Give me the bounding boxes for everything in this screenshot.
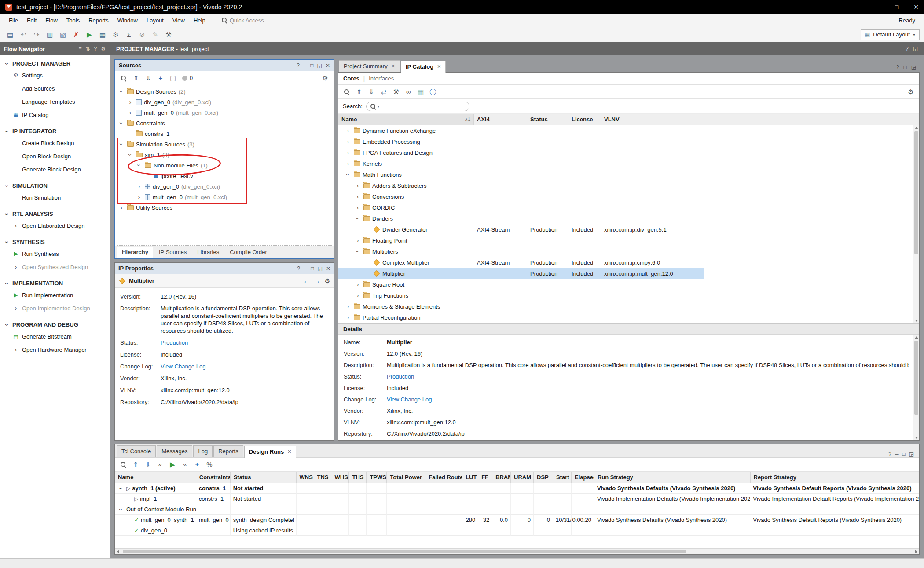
scrollbar-thumb[interactable]	[123, 550, 686, 553]
expand-chevron-icon[interactable]: ›	[4, 211, 11, 217]
tree-item-ipcore-test-v[interactable]: ›ipcore_test.v	[115, 171, 334, 181]
expand-chevron-icon[interactable]: ›	[118, 88, 125, 95]
expand-chevron-icon[interactable]: ›	[12, 346, 19, 353]
expand-chevron-icon[interactable]: ›	[127, 109, 134, 116]
column-header-axi4[interactable]: AXI4	[474, 114, 527, 125]
flow-item-generate-bitstream[interactable]: ▤Generate Bitstream	[0, 330, 110, 343]
horizontal-scrollbar[interactable]	[115, 548, 919, 554]
dashboard-icon[interactable]: ▦	[97, 29, 108, 40]
sources-tab-compile-order[interactable]: Compile Order	[225, 247, 272, 258]
details-vertical-scrollbar[interactable]	[913, 335, 919, 440]
edit-icon[interactable]: ✎	[150, 29, 161, 40]
menu-view[interactable]: View	[168, 15, 189, 26]
expand-chevron-icon[interactable]: ›	[4, 280, 11, 287]
catalog-row-dynamic-function-exchange[interactable]: ›Dynamic Function eXchange	[338, 125, 919, 136]
help-icon[interactable]: ?	[906, 46, 909, 52]
flow-item-open-hardware-manager[interactable]: ›Open Hardware Manager	[0, 343, 110, 356]
expand-chevron-icon[interactable]: ›	[345, 160, 352, 167]
column-header-license[interactable]: License	[568, 114, 601, 125]
expand-chevron-icon[interactable]: ›	[354, 204, 361, 211]
tree-item-constrs-1[interactable]: ›constrs_1	[115, 128, 334, 139]
grid-icon[interactable]: ▦	[415, 86, 426, 98]
flow-item-run-synthesis[interactable]: ▶Run Synthesis	[0, 247, 110, 260]
float-icon[interactable]: □	[310, 62, 313, 69]
scrollbar-thumb[interactable]	[914, 131, 918, 254]
undo-icon[interactable]: ↶	[18, 29, 29, 40]
tree-item-design-sources[interactable]: ›Design Sources (2)	[115, 86, 334, 97]
menu-edit[interactable]: Edit	[22, 15, 41, 26]
delete-icon[interactable]: ✗	[70, 29, 82, 40]
bottom-tab-design-runs[interactable]: Design Runs✕	[244, 446, 297, 458]
catalog-row-dividers[interactable]: ›Dividers	[338, 213, 919, 224]
help-icon[interactable]: ?	[888, 451, 891, 457]
flow-item-settings[interactable]: ⚙Settings	[0, 69, 110, 82]
float-icon[interactable]: □	[903, 64, 906, 70]
flow-item-generate-block-design[interactable]: Generate Block Design	[0, 163, 110, 176]
column-header-tpws[interactable]: TPWS	[367, 472, 387, 483]
close-icon[interactable]: ✕	[437, 64, 441, 69]
next-icon[interactable]: »	[179, 459, 191, 470]
column-header-total-power[interactable]: Total Power	[387, 472, 425, 483]
column-header-vlnv[interactable]: VLNV	[601, 114, 704, 125]
close-icon[interactable]: ✕	[326, 266, 330, 272]
expand-chevron-icon[interactable]: ›	[345, 149, 352, 156]
expand-chevron-icon[interactable]: ›	[345, 303, 352, 309]
expand-chevron-icon[interactable]: ›	[354, 292, 361, 299]
flow-item-language-templates[interactable]: Language Templates	[0, 95, 110, 108]
run-row-div-gen-0[interactable]: ›✓div_gen_0Using cached IP results	[115, 525, 919, 536]
wrench-icon[interactable]: ⚒	[390, 86, 402, 98]
add-icon[interactable]: +	[191, 459, 203, 470]
scrollbar-thumb[interactable]	[914, 341, 918, 415]
maximize-button[interactable]: □	[895, 4, 898, 11]
column-header-ff[interactable]: FF	[478, 472, 492, 483]
expand-chevron-icon[interactable]: ›	[345, 138, 352, 145]
catalog-row-complex-multiplier[interactable]: ›Complex MultiplierAXI4-StreamProduction…	[338, 257, 919, 268]
scroll-up-icon[interactable]	[913, 125, 920, 131]
expand-chevron-icon[interactable]: ›	[4, 183, 11, 189]
expand-chevron-icon[interactable]: ›	[4, 61, 11, 67]
catalog-vertical-scrollbar[interactable]	[913, 125, 919, 323]
bottom-tab-messages[interactable]: Messages	[157, 445, 192, 457]
sources-settings-gear-icon[interactable]: ⚙	[319, 73, 331, 84]
scroll-right-icon[interactable]	[913, 549, 919, 554]
field-value[interactable]: Production	[161, 339, 330, 346]
expand-chevron-icon[interactable]: ›	[127, 99, 134, 105]
tree-item-div-gen-0[interactable]: ›div_gen_0 (div_gen_0.xci)	[115, 181, 334, 192]
expand-chevron-icon[interactable]: ›	[136, 162, 143, 168]
copy-icon[interactable]: ▥	[44, 29, 55, 40]
flow-section-project-manager[interactable]: ›PROJECT MANAGER	[0, 57, 110, 69]
tree-item-mult-gen-0[interactable]: ›mult_gen_0 (mult_gen_0.xci)	[115, 107, 334, 118]
maximize-icon[interactable]: ◲	[317, 62, 322, 69]
catalog-row-kernels[interactable]: ›Kernels	[338, 158, 919, 169]
expand-chevron-icon[interactable]: ›	[4, 322, 11, 328]
search-icon[interactable]	[341, 86, 352, 98]
forward-icon[interactable]: →	[314, 277, 320, 284]
catalog-row-square-root[interactable]: ›Square Root	[338, 279, 919, 290]
sources-tab-ip-sources[interactable]: IP Sources	[154, 247, 191, 258]
quick-access-search[interactable]: Quick Access	[220, 16, 286, 25]
close-icon[interactable]: ✕	[287, 449, 291, 455]
expand-chevron-icon[interactable]: ›	[118, 204, 125, 211]
search-icon[interactable]	[118, 73, 129, 84]
field-value[interactable]: View Change Log	[161, 363, 330, 370]
column-header-status[interactable]: Status	[527, 114, 568, 125]
catalog-row-trig-functions[interactable]: ›Trig Functions	[338, 290, 919, 301]
minimize-icon[interactable]: ─	[304, 266, 308, 272]
expand-chevron-icon[interactable]: ›	[117, 506, 125, 513]
column-header-run-strategy[interactable]: Run Strategy	[594, 472, 751, 483]
file-icon[interactable]: ▢	[167, 73, 179, 84]
collapse-all-icon[interactable]: ⇑	[353, 86, 365, 98]
scroll-down-icon[interactable]	[913, 435, 919, 440]
link-icon[interactable]: ∞	[403, 86, 414, 98]
tree-item-div-gen-0[interactable]: ›div_gen_0 (div_gen_0.xci)	[115, 97, 334, 107]
percent-icon[interactable]: %	[204, 459, 215, 470]
menu-file[interactable]: File	[4, 15, 22, 26]
ip-catalog-search-input[interactable]: ▾	[366, 102, 469, 111]
expand-chevron-icon[interactable]: ›	[12, 222, 19, 229]
scroll-up-icon[interactable]	[913, 335, 919, 340]
close-icon[interactable]: ✕	[391, 63, 395, 69]
expand-chevron-icon[interactable]: ›	[354, 281, 361, 288]
expand-chevron-icon[interactable]: ›	[354, 215, 361, 222]
first-icon[interactable]: «	[154, 459, 166, 470]
flow-section-program-and-debug[interactable]: ›PROGRAM AND DEBUG	[0, 318, 110, 330]
